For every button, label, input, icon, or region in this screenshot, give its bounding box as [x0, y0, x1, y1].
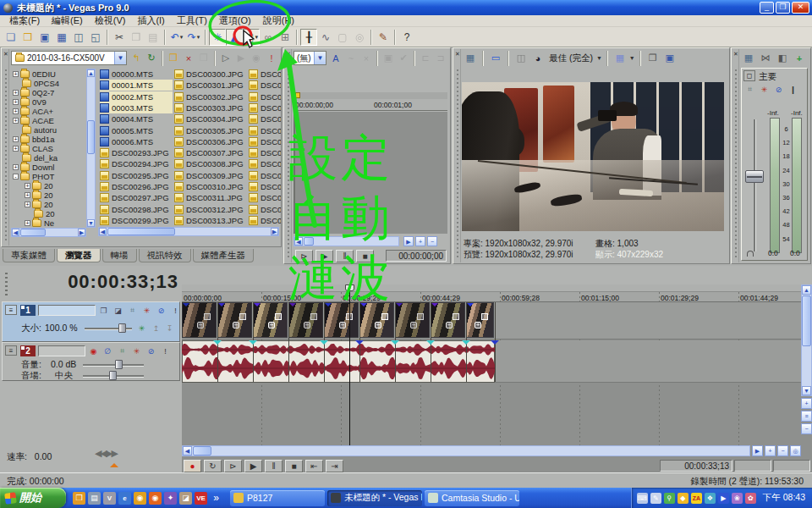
ve-icon[interactable]: VE: [195, 492, 207, 505]
track-fx-icon[interactable]: ✳: [140, 305, 153, 316]
envelope-edit-tool[interactable]: ∿: [317, 29, 334, 46]
file-item[interactable]: DSC00310.JPG: [174, 181, 247, 192]
paste-button[interactable]: ▤: [145, 29, 162, 46]
file-item[interactable]: DSC003: [249, 204, 281, 215]
timeline-time-display[interactable]: 00:00:33;13: [68, 271, 178, 293]
file-item[interactable]: DSC00295.JPG: [100, 170, 173, 181]
dock-tab-4[interactable]: 媒體產生器: [193, 249, 255, 262]
mixer-grip[interactable]: ✕: [732, 49, 739, 262]
keyboard-icon[interactable]: ⌨: [637, 493, 648, 504]
zoom-out-time-icon[interactable]: −: [777, 445, 788, 456]
sort-button[interactable]: A: [328, 51, 343, 65]
plugin-button[interactable]: ~: [343, 51, 359, 65]
file-item[interactable]: DSC00307.JPG: [174, 147, 247, 158]
track-pan-slider[interactable]: [83, 375, 144, 377]
up-folder-button[interactable]: ↰: [129, 51, 144, 65]
app-icon[interactable]: ✦: [164, 492, 177, 505]
playhead-cursor[interactable]: [349, 284, 350, 445]
downmix-icon[interactable]: ⋈: [758, 51, 773, 65]
stop-button[interactable]: ■: [285, 460, 303, 472]
play-from-start-button[interactable]: ⊳: [295, 250, 313, 262]
file-item[interactable]: DSC00306.JPG: [174, 136, 247, 147]
file-item[interactable]: DSC00299.JPG: [100, 215, 173, 226]
project-properties-icon[interactable]: ▦: [463, 51, 478, 65]
overlays-icon[interactable]: ▦: [612, 51, 628, 65]
go-to-start-button[interactable]: ⇤: [305, 460, 323, 472]
file-item[interactable]: DSC00311.JPG: [174, 192, 247, 203]
file-item[interactable]: 00001.MTS: [100, 80, 173, 91]
solo-icon[interactable]: !: [169, 305, 182, 316]
track-minimize-icon[interactable]: ≡: [5, 305, 17, 315]
trimmer-marker-bar[interactable]: [294, 92, 447, 99]
menu-item-5[interactable]: 選項(O): [213, 14, 257, 27]
trimmer-ruler[interactable]: 00:00:00;00 00:00:01;00: [294, 99, 447, 111]
menu-item-2[interactable]: 檢視(V): [89, 14, 132, 27]
render-as-button[interactable]: ▦: [53, 29, 70, 46]
playhead-handle[interactable]: [345, 284, 354, 291]
track-size-slider[interactable]: [85, 328, 132, 329]
redo-button-dropdown-icon[interactable]: ▾: [197, 34, 200, 41]
minimize-button[interactable]: _: [760, 2, 774, 14]
file-item[interactable]: DSC003: [249, 158, 281, 169]
zoom-in-track-icon[interactable]: +: [801, 398, 812, 409]
zoom-in-time-icon[interactable]: +: [765, 445, 776, 456]
tree-expander-icon[interactable]: -: [13, 174, 19, 179]
file-item[interactable]: DSC00312.JPG: [174, 204, 247, 215]
expand-keyframes-down-icon[interactable]: ↧: [163, 323, 176, 334]
video-track-header[interactable]: ≡ 1 ❐◪⌗✳⊘! 大小: 100.0 % ✳ ↥ ↧: [2, 301, 180, 342]
task-button-2[interactable]: Camtasia Studio - Unti...: [425, 490, 519, 506]
zoom-tool-icon[interactable]: ◎: [790, 445, 801, 456]
track-name-input[interactable]: [38, 345, 85, 356]
title-bar[interactable]: 未標題的 * - Vegas Pro 9.0 _ ❐ ✕: [0, 0, 812, 15]
dim-output-icon[interactable]: ◧: [775, 51, 790, 65]
menu-item-6[interactable]: 說明(H): [257, 14, 300, 27]
quality-label[interactable]: 最佳 (完全): [547, 52, 595, 64]
trimmer-combobox[interactable]: (無) ▼: [294, 51, 326, 65]
key-icon[interactable]: ⚲: [664, 493, 675, 504]
sync-icon[interactable]: ❀: [732, 493, 743, 504]
lock-envelopes-button[interactable]: ∞: [260, 29, 277, 46]
tree-expander-icon[interactable]: +: [13, 108, 19, 114]
trimmer-zoom-in-icon[interactable]: +: [415, 236, 425, 246]
task-button-0[interactable]: P8127: [230, 490, 325, 506]
file-item[interactable]: DSC003: [249, 80, 281, 91]
ignore-grouping-button[interactable]: ⊞: [277, 29, 294, 46]
loop-button[interactable]: ↻: [204, 460, 222, 472]
quality-icon[interactable]: ◕: [530, 51, 546, 65]
fx-bypass-icon[interactable]: ✳: [135, 323, 148, 334]
file-item[interactable]: DSC00294.JPG: [100, 158, 173, 169]
file-item[interactable]: DSC00309.JPG: [174, 170, 247, 181]
insert-fx-icon[interactable]: +: [792, 51, 807, 65]
za-icon[interactable]: ZA: [691, 493, 702, 504]
task-button-1[interactable]: 未標題的 * - Vegas P...: [327, 490, 422, 506]
expand-keyframes-up-icon[interactable]: ↥: [150, 323, 162, 334]
tree-expander-icon[interactable]: +: [13, 90, 19, 96]
chrome-icon[interactable]: ◉: [134, 492, 146, 505]
copy-frame-icon[interactable]: ❐: [645, 51, 661, 65]
file-item[interactable]: 00006.MTS: [100, 136, 173, 147]
open-button[interactable]: ❒: [19, 29, 36, 46]
auto-crossfade-button[interactable]: ◭: [226, 29, 243, 46]
track-height-icon[interactable]: ≡: [801, 411, 812, 422]
firefox-icon[interactable]: ◉: [149, 492, 162, 505]
timeline-horizontal-scrollbar[interactable]: ◀: [182, 445, 750, 456]
tree-expander-icon[interactable]: +: [13, 146, 19, 152]
menu-item-1[interactable]: 編輯(E): [46, 14, 89, 27]
file-item[interactable]: DSC00308.JPG: [174, 158, 247, 169]
file-item[interactable]: DSC003: [249, 215, 281, 226]
auto-preview-button[interactable]: ▶: [233, 51, 249, 65]
file-item[interactable]: DSC00303.JPG: [174, 102, 247, 113]
shield-icon[interactable]: ◆: [678, 493, 689, 504]
close-button[interactable]: ✕: [792, 2, 809, 14]
stop-button[interactable]: ■: [356, 250, 374, 262]
select-left-button[interactable]: ⊏: [418, 51, 433, 65]
track-number-badge[interactable]: 1: [20, 305, 36, 316]
trimmer-dropdown-icon[interactable]: ▼: [314, 52, 326, 64]
file-item[interactable]: DSC003: [249, 113, 281, 124]
solo-icon[interactable]: !: [159, 345, 172, 356]
tree-vertical-scrollbar[interactable]: ▲ ▼: [86, 69, 96, 228]
auto-ripple-button-dropdown-icon[interactable]: ▾: [255, 34, 258, 41]
file-item[interactable]: DSC003: [249, 170, 281, 181]
remove-button[interactable]: ×: [359, 51, 374, 65]
tree-expander-icon[interactable]: +: [25, 183, 30, 189]
